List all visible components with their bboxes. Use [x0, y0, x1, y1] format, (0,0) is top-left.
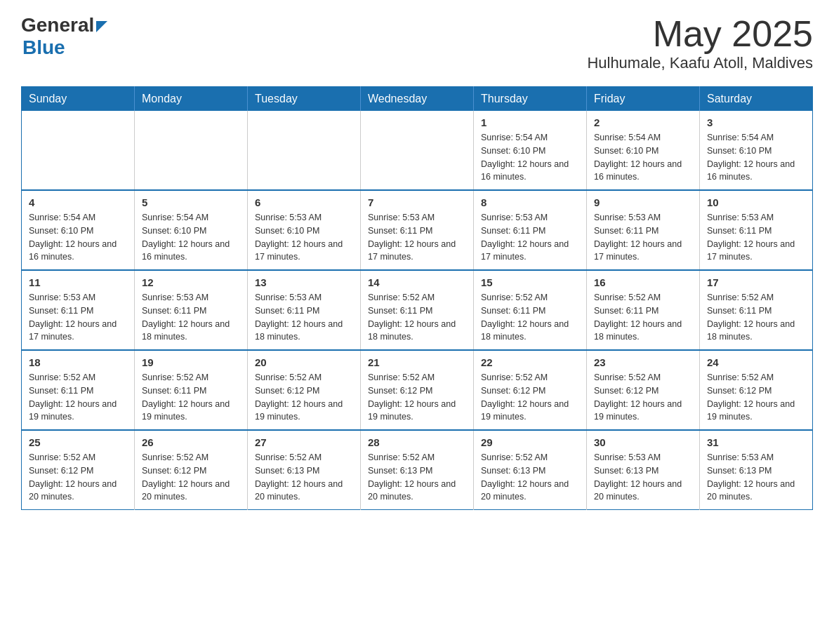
day-number: 23 [594, 356, 692, 368]
location-title: Hulhumale, Kaafu Atoll, Maldives [587, 54, 813, 72]
day-number: 24 [707, 356, 805, 368]
day-info: Sunrise: 5:53 AM Sunset: 6:11 PM Dayligh… [481, 211, 579, 264]
calendar-cell: 30Sunrise: 5:53 AM Sunset: 6:13 PM Dayli… [587, 430, 700, 510]
calendar-cell: 28Sunrise: 5:52 AM Sunset: 6:13 PM Dayli… [361, 430, 474, 510]
weekday-header-wednesday: Wednesday [361, 87, 474, 112]
calendar-week-row: 4Sunrise: 5:54 AM Sunset: 6:10 PM Daylig… [22, 190, 813, 270]
calendar-cell: 31Sunrise: 5:53 AM Sunset: 6:13 PM Dayli… [700, 430, 813, 510]
day-info: Sunrise: 5:52 AM Sunset: 6:12 PM Dayligh… [594, 371, 692, 424]
calendar-cell: 2Sunrise: 5:54 AM Sunset: 6:10 PM Daylig… [587, 111, 700, 190]
day-info: Sunrise: 5:53 AM Sunset: 6:11 PM Dayligh… [142, 291, 240, 344]
logo-blue-text: Blue [22, 36, 65, 58]
day-number: 14 [368, 276, 466, 288]
calendar-cell: 25Sunrise: 5:52 AM Sunset: 6:12 PM Dayli… [22, 430, 135, 510]
logo-general-text: General [21, 14, 94, 36]
day-number: 28 [368, 436, 466, 448]
day-info: Sunrise: 5:52 AM Sunset: 6:12 PM Dayligh… [142, 451, 240, 504]
calendar-cell: 27Sunrise: 5:52 AM Sunset: 6:13 PM Dayli… [248, 430, 361, 510]
weekday-header-tuesday: Tuesday [248, 87, 361, 112]
day-number: 16 [594, 276, 692, 288]
calendar-cell: 22Sunrise: 5:52 AM Sunset: 6:12 PM Dayli… [474, 350, 587, 430]
day-number: 21 [368, 356, 466, 368]
day-number: 29 [481, 436, 579, 448]
day-info: Sunrise: 5:52 AM Sunset: 6:12 PM Dayligh… [255, 371, 353, 424]
weekday-header-sunday: Sunday [22, 87, 135, 112]
calendar-cell: 20Sunrise: 5:52 AM Sunset: 6:12 PM Dayli… [248, 350, 361, 430]
day-number: 30 [594, 436, 692, 448]
calendar-cell [248, 111, 361, 190]
weekday-header-friday: Friday [587, 87, 700, 112]
calendar-cell: 7Sunrise: 5:53 AM Sunset: 6:11 PM Daylig… [361, 190, 474, 270]
day-info: Sunrise: 5:52 AM Sunset: 6:12 PM Dayligh… [368, 371, 466, 424]
calendar-cell: 21Sunrise: 5:52 AM Sunset: 6:12 PM Dayli… [361, 350, 474, 430]
day-info: Sunrise: 5:52 AM Sunset: 6:11 PM Dayligh… [29, 371, 127, 424]
day-info: Sunrise: 5:54 AM Sunset: 6:10 PM Dayligh… [481, 131, 579, 184]
day-number: 13 [255, 276, 353, 288]
day-info: Sunrise: 5:52 AM Sunset: 6:13 PM Dayligh… [255, 451, 353, 504]
day-number: 25 [29, 436, 127, 448]
day-number: 9 [594, 196, 692, 208]
day-number: 4 [29, 196, 127, 208]
calendar-cell: 12Sunrise: 5:53 AM Sunset: 6:11 PM Dayli… [135, 270, 248, 350]
day-info: Sunrise: 5:53 AM Sunset: 6:11 PM Dayligh… [29, 291, 127, 344]
calendar-cell: 3Sunrise: 5:54 AM Sunset: 6:10 PM Daylig… [700, 111, 813, 190]
calendar-cell: 10Sunrise: 5:53 AM Sunset: 6:11 PM Dayli… [700, 190, 813, 270]
calendar-cell [22, 111, 135, 190]
day-number: 27 [255, 436, 353, 448]
calendar-week-row: 11Sunrise: 5:53 AM Sunset: 6:11 PM Dayli… [22, 270, 813, 350]
calendar-cell: 15Sunrise: 5:52 AM Sunset: 6:11 PM Dayli… [474, 270, 587, 350]
calendar-cell: 29Sunrise: 5:52 AM Sunset: 6:13 PM Dayli… [474, 430, 587, 510]
day-info: Sunrise: 5:53 AM Sunset: 6:11 PM Dayligh… [368, 211, 466, 264]
weekday-header-thursday: Thursday [474, 87, 587, 112]
calendar-cell: 8Sunrise: 5:53 AM Sunset: 6:11 PM Daylig… [474, 190, 587, 270]
day-number: 8 [481, 196, 579, 208]
day-info: Sunrise: 5:53 AM Sunset: 6:11 PM Dayligh… [255, 291, 353, 344]
calendar-cell: 9Sunrise: 5:53 AM Sunset: 6:11 PM Daylig… [587, 190, 700, 270]
day-number: 19 [142, 356, 240, 368]
calendar-week-row: 1Sunrise: 5:54 AM Sunset: 6:10 PM Daylig… [22, 111, 813, 190]
day-number: 31 [707, 436, 805, 448]
calendar-cell: 18Sunrise: 5:52 AM Sunset: 6:11 PM Dayli… [22, 350, 135, 430]
day-number: 17 [707, 276, 805, 288]
day-info: Sunrise: 5:52 AM Sunset: 6:11 PM Dayligh… [368, 291, 466, 344]
day-number: 12 [142, 276, 240, 288]
day-number: 20 [255, 356, 353, 368]
day-info: Sunrise: 5:53 AM Sunset: 6:11 PM Dayligh… [707, 211, 805, 264]
day-info: Sunrise: 5:54 AM Sunset: 6:10 PM Dayligh… [29, 211, 127, 264]
day-number: 11 [29, 276, 127, 288]
calendar-week-row: 18Sunrise: 5:52 AM Sunset: 6:11 PM Dayli… [22, 350, 813, 430]
calendar-table: SundayMondayTuesdayWednesdayThursdayFrid… [21, 86, 813, 510]
calendar-cell: 14Sunrise: 5:52 AM Sunset: 6:11 PM Dayli… [361, 270, 474, 350]
day-info: Sunrise: 5:52 AM Sunset: 6:12 PM Dayligh… [481, 371, 579, 424]
day-number: 5 [142, 196, 240, 208]
calendar-cell: 11Sunrise: 5:53 AM Sunset: 6:11 PM Dayli… [22, 270, 135, 350]
day-number: 2 [594, 116, 692, 128]
title-section: May 2025 Hulhumale, Kaafu Atoll, Maldive… [587, 14, 813, 72]
calendar-cell: 6Sunrise: 5:53 AM Sunset: 6:10 PM Daylig… [248, 190, 361, 270]
calendar-cell [135, 111, 248, 190]
day-info: Sunrise: 5:54 AM Sunset: 6:10 PM Dayligh… [594, 131, 692, 184]
calendar-header-row: SundayMondayTuesdayWednesdayThursdayFrid… [22, 87, 813, 112]
page-header: General Blue May 2025 Hulhumale, Kaafu A… [21, 14, 813, 72]
day-number: 15 [481, 276, 579, 288]
day-info: Sunrise: 5:53 AM Sunset: 6:11 PM Dayligh… [594, 211, 692, 264]
day-info: Sunrise: 5:52 AM Sunset: 6:11 PM Dayligh… [594, 291, 692, 344]
day-info: Sunrise: 5:52 AM Sunset: 6:12 PM Dayligh… [707, 371, 805, 424]
day-number: 7 [368, 196, 466, 208]
day-info: Sunrise: 5:54 AM Sunset: 6:10 PM Dayligh… [707, 131, 805, 184]
day-info: Sunrise: 5:54 AM Sunset: 6:10 PM Dayligh… [142, 211, 240, 264]
day-info: Sunrise: 5:53 AM Sunset: 6:13 PM Dayligh… [594, 451, 692, 504]
calendar-week-row: 25Sunrise: 5:52 AM Sunset: 6:12 PM Dayli… [22, 430, 813, 510]
day-info: Sunrise: 5:52 AM Sunset: 6:12 PM Dayligh… [29, 451, 127, 504]
calendar-cell: 5Sunrise: 5:54 AM Sunset: 6:10 PM Daylig… [135, 190, 248, 270]
weekday-header-saturday: Saturday [700, 87, 813, 112]
calendar-cell: 17Sunrise: 5:52 AM Sunset: 6:11 PM Dayli… [700, 270, 813, 350]
day-number: 10 [707, 196, 805, 208]
calendar-cell: 24Sunrise: 5:52 AM Sunset: 6:12 PM Dayli… [700, 350, 813, 430]
day-info: Sunrise: 5:52 AM Sunset: 6:13 PM Dayligh… [368, 451, 466, 504]
month-title: May 2025 [587, 14, 813, 54]
calendar-cell: 19Sunrise: 5:52 AM Sunset: 6:11 PM Dayli… [135, 350, 248, 430]
day-number: 22 [481, 356, 579, 368]
calendar-cell: 26Sunrise: 5:52 AM Sunset: 6:12 PM Dayli… [135, 430, 248, 510]
calendar-cell [361, 111, 474, 190]
